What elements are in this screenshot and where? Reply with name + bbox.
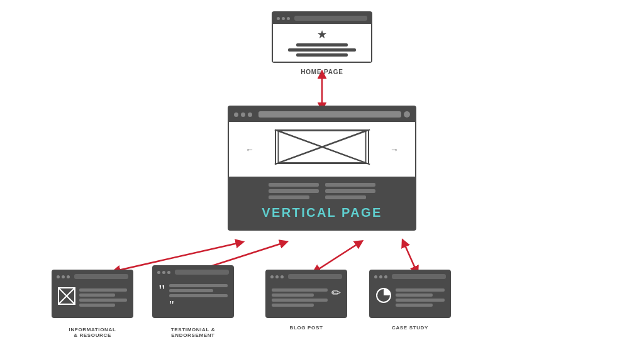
test-browser-bar bbox=[153, 266, 233, 278]
image-placeholder bbox=[275, 129, 369, 164]
vertical-page-mockup: ← → bbox=[228, 106, 416, 231]
blog-content: ✏ bbox=[267, 282, 346, 317]
vbar-circle bbox=[404, 111, 410, 118]
test-dot-2 bbox=[162, 271, 165, 274]
home-line-2 bbox=[288, 48, 357, 52]
case-line-2 bbox=[396, 293, 433, 297]
vbar-dot-3 bbox=[248, 112, 252, 117]
home-content: ★ bbox=[273, 24, 371, 62]
info-lines bbox=[79, 287, 127, 307]
blog-line-3 bbox=[272, 299, 328, 302]
test-label: TESTIMONIAL &ENDORSEMENT bbox=[153, 327, 233, 338]
blog-browser-bar bbox=[267, 271, 346, 282]
blog-dot-1 bbox=[270, 275, 274, 278]
home-content-lines bbox=[279, 43, 365, 57]
home-page-mockup: ★ HOME PAGE bbox=[272, 11, 372, 63]
vertical-dark-section: VERTICAL PAGE bbox=[229, 177, 415, 229]
blog-lines bbox=[272, 287, 328, 307]
testimonial-mockup: " " TESTIMONIAL &ENDORSEMENT bbox=[152, 265, 234, 318]
slider-wrapper: ← → bbox=[259, 129, 385, 169]
test-url bbox=[175, 270, 229, 275]
svg-rect-9 bbox=[278, 131, 365, 163]
info-line-1 bbox=[79, 288, 127, 292]
test-line-3 bbox=[169, 294, 228, 297]
case-label: CASE STUDY bbox=[370, 325, 450, 331]
vbar-url bbox=[258, 111, 401, 118]
svg-line-8 bbox=[404, 243, 416, 271]
info-dot-2 bbox=[62, 275, 65, 278]
v-line-4 bbox=[325, 183, 375, 187]
test-lines: " bbox=[169, 283, 228, 312]
case-lines bbox=[396, 287, 445, 307]
site-architecture-diagram: ★ HOME PAGE ← bbox=[39, 11, 605, 351]
content-lines-row bbox=[236, 183, 408, 199]
blog-mockup: ✏ BLOG POST bbox=[265, 270, 347, 318]
case-study-mockup: CASE STUDY bbox=[369, 270, 451, 318]
info-icon bbox=[58, 287, 75, 307]
svg-line-10 bbox=[278, 131, 365, 163]
vertical-label: VERTICAL PAGE bbox=[236, 206, 408, 220]
vbar-dot-2 bbox=[241, 112, 245, 117]
test-dot-1 bbox=[157, 271, 160, 274]
case-line-1 bbox=[396, 288, 445, 292]
v-line-3 bbox=[269, 195, 309, 199]
info-dot-1 bbox=[57, 275, 60, 278]
blog-label: BLOG POST bbox=[267, 325, 346, 331]
blog-line-1 bbox=[272, 288, 328, 292]
svg-line-11 bbox=[278, 131, 365, 163]
star-icon: ★ bbox=[317, 29, 327, 40]
browser-dot-2 bbox=[282, 17, 285, 20]
home-browser-bar bbox=[273, 13, 371, 24]
info-browser-bar bbox=[53, 271, 132, 282]
blog-line-4 bbox=[272, 304, 314, 307]
case-line-3 bbox=[396, 299, 445, 302]
info-url bbox=[74, 274, 128, 279]
informational-mockup: INFORMATIONAL& RESOURCE bbox=[52, 270, 133, 318]
info-line-2 bbox=[79, 293, 115, 297]
blog-line-2 bbox=[272, 293, 314, 297]
info-label: INFORMATIONAL& RESOURCE bbox=[53, 327, 132, 338]
home-line-1 bbox=[296, 43, 348, 47]
test-content: " " bbox=[153, 278, 233, 317]
browser-url-bar bbox=[294, 16, 367, 21]
case-line-4 bbox=[396, 304, 433, 307]
v-line-2 bbox=[269, 189, 319, 193]
case-dot-2 bbox=[379, 275, 382, 278]
v-line-5 bbox=[325, 189, 375, 193]
test-line-1 bbox=[169, 284, 228, 287]
info-content bbox=[53, 282, 132, 317]
content-block-2 bbox=[325, 183, 375, 199]
case-dot-1 bbox=[374, 275, 377, 278]
v-line-1 bbox=[269, 183, 319, 187]
browser-dot-3 bbox=[287, 17, 290, 20]
info-line-3 bbox=[79, 299, 127, 302]
blog-url bbox=[288, 274, 342, 279]
blog-dot-3 bbox=[280, 275, 284, 278]
slider-left-arrow: ← bbox=[245, 145, 254, 155]
content-block-1 bbox=[269, 183, 319, 199]
vertical-content-area: ← → bbox=[229, 122, 415, 177]
quote-icon: " bbox=[158, 283, 165, 299]
blog-dot-2 bbox=[275, 275, 279, 278]
browser-dot-1 bbox=[277, 17, 280, 20]
pencil-icon: ✏ bbox=[331, 287, 341, 299]
test-line-2 bbox=[169, 289, 213, 292]
home-label: HOME PAGE bbox=[273, 69, 371, 75]
svg-line-7 bbox=[316, 243, 360, 271]
case-url bbox=[392, 274, 446, 279]
case-content bbox=[370, 282, 450, 317]
info-dot-3 bbox=[67, 275, 70, 278]
test-dot-3 bbox=[167, 271, 170, 274]
v-line-6 bbox=[325, 195, 366, 199]
case-dot-3 bbox=[384, 275, 387, 278]
case-browser-bar bbox=[370, 271, 450, 282]
vertical-browser-bar bbox=[229, 107, 415, 122]
pie-chart-icon bbox=[375, 287, 392, 305]
home-line-3 bbox=[296, 53, 348, 57]
info-line-4 bbox=[79, 304, 115, 307]
slider-right-arrow: → bbox=[390, 145, 399, 155]
vbar-dot-1 bbox=[234, 112, 238, 117]
